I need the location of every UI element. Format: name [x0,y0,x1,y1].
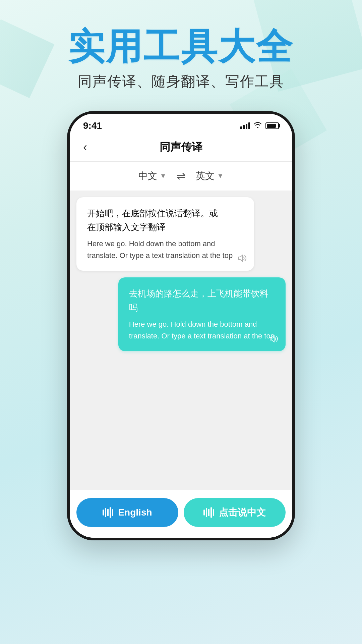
header-section: 实用工具大全 同声传译、随身翻译、写作工具 [68,0,294,104]
bubble-left-1: 开始吧，在底部按住说话翻译。或在顶部输入文字翻译 Here we go. Hol… [76,197,254,271]
bubble-english-1: Here we go. Hold down the bottom and tra… [87,238,243,261]
bubble-right-1: 去机场的路怎么走，上飞机能带饮料吗 Here we go. Hold down … [118,277,286,351]
nav-title: 同声传译 [160,140,202,155]
chinese-voice-button[interactable]: 点击说中文 [184,498,286,527]
bottom-buttons: English 点击说中文 [70,490,292,538]
english-button-label: English [118,507,152,518]
back-button[interactable]: ‹ [83,140,87,154]
source-language-label: 中文 [138,170,157,182]
main-title: 实用工具大全 [68,27,294,67]
swap-language-icon[interactable]: ⇌ [177,170,186,182]
phone-mockup: 9:41 [67,111,295,540]
nav-bar: ‹ 同声传译 [70,135,292,162]
sound-icon-2[interactable] [269,334,279,346]
chinese-button-label: 点击说中文 [219,506,266,519]
english-voice-button[interactable]: English [76,498,178,527]
subtitle: 同声传译、随身翻译、写作工具 [68,72,294,91]
target-language-button[interactable]: 英文 ▼ [196,170,224,182]
status-bar: 9:41 [70,114,292,135]
phone-screen: 9:41 [70,114,292,538]
bubble-chinese-2: 去机场的路怎么走，上飞机能带饮料吗 [129,287,275,315]
signal-icon [240,122,250,129]
source-language-button[interactable]: 中文 ▼ [138,170,167,182]
status-time: 9:41 [83,120,102,131]
target-language-label: 英文 [196,170,215,182]
wave-icon-chinese [203,507,214,518]
source-lang-arrow: ▼ [160,172,167,180]
bubble-english-2: Here we go. Hold down the bottom and tra… [129,318,275,342]
wifi-icon [253,121,262,130]
phone-mockup-container: 9:41 [67,111,295,540]
sound-icon-1[interactable] [237,254,247,265]
status-icons [240,121,279,130]
battery-icon [265,122,279,129]
bubble-chinese-1: 开始吧，在底部按住说话翻译。或在顶部输入文字翻译 [87,207,243,234]
target-lang-arrow: ▼ [217,172,224,180]
chat-area: 开始吧，在底部按住说话翻译。或在顶部输入文字翻译 Here we go. Hol… [70,191,292,490]
wave-icon-english [103,507,113,518]
language-selector: 中文 ▼ ⇌ 英文 ▼ [70,162,292,191]
